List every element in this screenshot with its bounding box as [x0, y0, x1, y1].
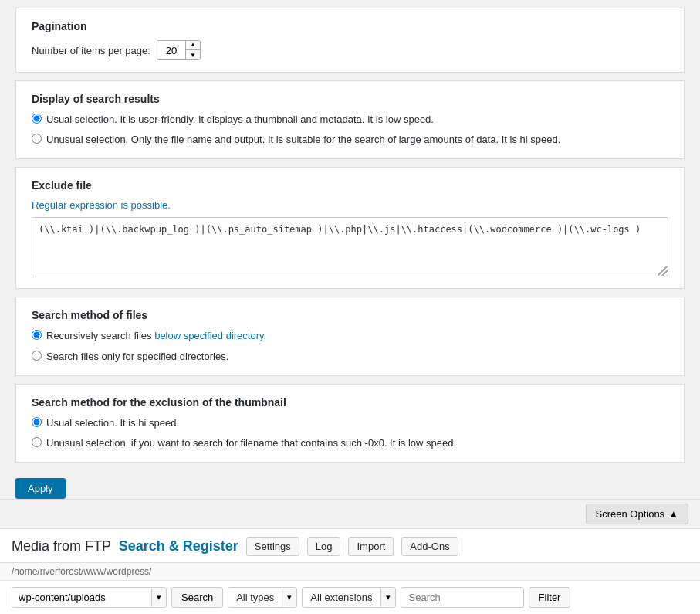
exclude-file-title: Exclude file	[32, 179, 668, 192]
plugin-title: Media from FTP Search & Register	[12, 538, 238, 555]
thumbnail-option-1: Usual selection. It is hi speed.	[32, 416, 668, 430]
exclude-textarea-container: (\\.ktai )|(\\.backwpup_log )|(\\.ps_aut…	[32, 217, 668, 276]
search-method-title: Search method of files	[32, 309, 668, 321]
screen-options-bar: Screen Options ▲	[0, 500, 700, 529]
import-button[interactable]: Import	[348, 537, 394, 556]
types-select-wrapper: All types ▾	[228, 587, 297, 608]
display-radio-2[interactable]	[32, 134, 42, 144]
pagination-title: Pagination	[32, 20, 668, 32]
bottom-bar: Screen Options ▲ Media from FTP Search &…	[0, 499, 700, 614]
keyword-input[interactable]	[401, 587, 524, 608]
thumbnail-exclusion-section: Search method for the exclusion of the t…	[15, 384, 685, 463]
display-search-title: Display of search results	[32, 93, 668, 105]
search-method-radio-1[interactable]	[32, 330, 42, 340]
pagination-input[interactable]	[157, 40, 185, 60]
thumbnail-label-2: Unusual selection. if you want to search…	[46, 436, 456, 450]
settings-button[interactable]: Settings	[246, 537, 299, 556]
pagination-spinner[interactable]: ▲ ▼	[157, 40, 201, 60]
search-method-options: Recursively search files below specified…	[32, 329, 668, 363]
spinner-up-btn[interactable]: ▲	[186, 40, 200, 50]
log-button[interactable]: Log	[307, 537, 341, 556]
exclude-textarea[interactable]: (\\.ktai )|(\\.backwpup_log )|(\\.ps_aut…	[32, 218, 668, 273]
screen-options-label: Screen Options	[596, 508, 665, 520]
dir-input-wrapper: ▾	[12, 587, 167, 608]
exclude-file-section: Exclude file Regular expression is possi…	[15, 167, 685, 289]
thumbnail-label-1: Usual selection. It is hi speed.	[46, 416, 179, 430]
pagination-label: Number of items per page:	[32, 45, 150, 56]
filter-button[interactable]: Filter	[529, 587, 571, 608]
search-method-option-2: Search files only for specified director…	[32, 350, 668, 364]
search-method-section: Search method of files Recursively searc…	[15, 297, 685, 375]
pagination-row: Number of items per page: ▲ ▼	[32, 40, 668, 60]
spinner-buttons: ▲ ▼	[185, 40, 200, 60]
screen-options-button[interactable]: Screen Options ▲	[586, 504, 688, 524]
search-row: ▾ Search All types ▾ All extensions ▾ Fi…	[0, 581, 700, 614]
addons-button[interactable]: Add-Ons	[401, 537, 458, 556]
thumbnail-exclusion-options: Usual selection. It is hi speed. Unusual…	[32, 416, 668, 450]
display-search-options: Usual selection. It is user-friendly. It…	[32, 113, 668, 147]
search-button-1[interactable]: Search	[171, 587, 223, 608]
thumbnail-option-2: Unusual selection. if you want to search…	[32, 436, 668, 450]
plugin-title-prefix: Media from FTP	[12, 538, 111, 554]
thumbnail-radio-1[interactable]	[32, 417, 42, 427]
search-method-label-1: Recursively search files below specified…	[46, 329, 266, 343]
thumbnail-radio-2[interactable]	[32, 437, 42, 447]
extensions-select-wrapper: All extensions ▾	[302, 587, 395, 608]
apply-button[interactable]: Apply	[15, 478, 66, 499]
display-label-2: Unusual selection. Only the file name an…	[46, 133, 560, 147]
plugin-title-highlight: Search & Register	[119, 538, 238, 554]
search-method-label-1-highlight: below specified directory.	[154, 330, 266, 341]
extensions-dropdown-btn[interactable]: ▾	[380, 589, 395, 606]
display-option-2: Unusual selection. Only the file name an…	[32, 133, 668, 147]
plugin-header: Media from FTP Search & Register Setting…	[0, 529, 700, 563]
spinner-down-btn[interactable]: ▼	[186, 50, 200, 60]
types-label: All types	[228, 588, 282, 607]
display-option-1: Usual selection. It is user-friendly. It…	[32, 113, 668, 127]
display-label-1: Usual selection. It is user-friendly. It…	[46, 113, 434, 127]
exclude-hint: Regular expression is possible.	[32, 199, 668, 211]
search-method-label-2: Search files only for specified director…	[46, 350, 228, 364]
search-method-option-1: Recursively search files below specified…	[32, 329, 668, 343]
screen-options-arrow: ▲	[668, 508, 678, 520]
search-method-radio-2[interactable]	[32, 351, 42, 361]
main-content: Pagination Number of items per page: ▲ ▼…	[0, 0, 700, 499]
thumbnail-exclusion-title: Search method for the exclusion of the t…	[32, 396, 668, 409]
breadcrumb: /home/riverforest/www/wordpress/	[0, 563, 700, 581]
extensions-label: All extensions	[303, 588, 380, 607]
display-search-section: Display of search results Usual selectio…	[15, 80, 685, 159]
directory-input[interactable]	[12, 588, 151, 607]
pagination-section: Pagination Number of items per page: ▲ ▼	[15, 8, 685, 73]
directory-dropdown-btn[interactable]: ▾	[151, 589, 166, 606]
display-radio-1[interactable]	[32, 114, 42, 124]
resize-handle[interactable]	[658, 266, 668, 276]
types-dropdown-btn[interactable]: ▾	[282, 589, 296, 606]
